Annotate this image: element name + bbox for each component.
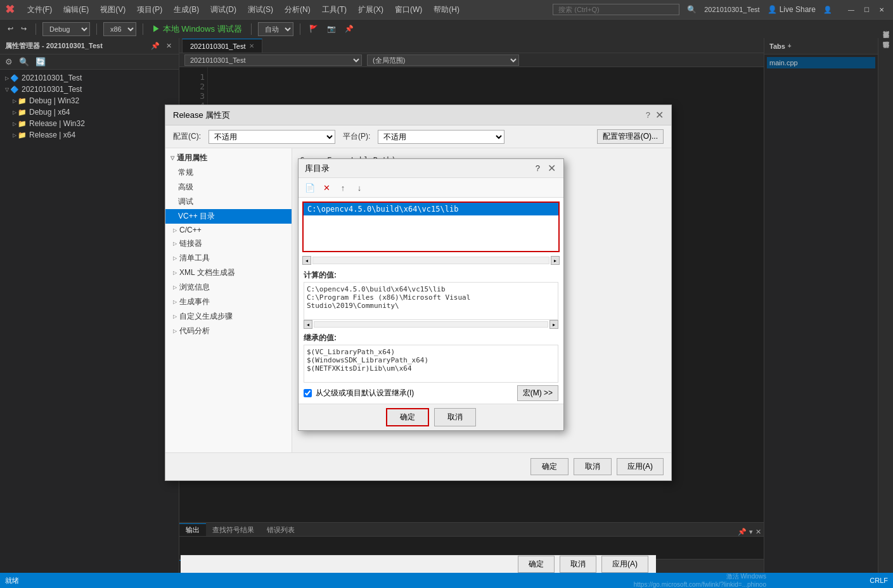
lib-hscroll-right[interactable]: ▸ <box>551 256 560 265</box>
prop-tree-custom[interactable]: ▷ 自定义生成步骤 <box>165 309 292 324</box>
tab-find-results[interactable]: 查找符号结果 <box>206 523 260 536</box>
lib-ok-button[interactable]: 确定 <box>386 408 429 426</box>
file-scope-dropdown[interactable]: 2021010301_Test <box>184 54 362 66</box>
prop-tree-analyze[interactable]: ▷ 代码分析 <box>165 324 292 338</box>
tree-item-project1[interactable]: ▷ 🔷 2021010301_Test <box>0 72 179 84</box>
prop-tree-browse-label: 浏览信息 <box>179 282 210 293</box>
redo-button[interactable]: ↪ <box>18 23 29 34</box>
prop-tree-browse[interactable]: ▷ 浏览信息 <box>165 280 292 295</box>
menu-analyze[interactable]: 分析(N) <box>279 3 316 16</box>
menu-file[interactable]: 文件(F) <box>22 3 57 16</box>
lib-computed-hscroll-left[interactable]: ◂ <box>304 320 312 329</box>
lib-dialog-help-icon[interactable]: ? <box>532 163 544 173</box>
tree-item-release-win32[interactable]: ▷ 📁 Release | Win32 <box>0 118 179 129</box>
panel-refresh-button[interactable]: 🔄 <box>33 56 48 68</box>
menu-test[interactable]: 测试(S) <box>243 3 278 16</box>
tab-error-list[interactable]: 错误列表 <box>260 523 301 536</box>
global-search-input[interactable] <box>553 4 679 15</box>
pin-toolbar-button[interactable]: 📌 <box>342 23 356 34</box>
tree-item-debug-x64[interactable]: ▷ 📁 Debug | x64 <box>0 106 179 118</box>
lib-hscroll-left[interactable]: ◂ <box>302 256 311 265</box>
left-panel-header: 属性管理器 - 2021010301_Test 📌 ✕ <box>0 38 179 54</box>
lib-computed-hscrollbar[interactable] <box>314 321 548 328</box>
minimize-button[interactable]: — <box>845 3 858 16</box>
maximize-button[interactable]: ☐ <box>860 3 873 16</box>
menu-tools[interactable]: 工具(T) <box>317 3 352 16</box>
lib-move-down-button[interactable]: ↓ <box>352 181 367 195</box>
prop-tree-advanced[interactable]: 高级 <box>165 180 292 195</box>
camera-button[interactable]: 📷 <box>324 23 338 34</box>
menu-extensions[interactable]: 扩展(X) <box>353 3 389 16</box>
tree-item-release-x64[interactable]: ▷ 📁 Release | x64 <box>0 129 179 141</box>
tree-item-debug-win32[interactable]: ▷ 📁 Debug | Win32 <box>0 95 179 106</box>
lib-move-up-button[interactable]: ↑ <box>335 181 350 195</box>
prop-tree-build[interactable]: ▷ 生成事件 <box>165 295 292 309</box>
editor-tab-main[interactable]: 2021010301_Test ✕ <box>182 39 262 53</box>
prop-tree-debug[interactable]: 调试 <box>165 195 292 209</box>
lib-hscrollbar[interactable] <box>312 257 549 264</box>
config-manager-button[interactable]: 配置管理器(O)... <box>597 129 664 144</box>
bottom-pin-icon[interactable]: 📌 <box>738 528 747 536</box>
auto-dropdown[interactable]: 自动 <box>258 22 293 36</box>
tree-item-project2[interactable]: ▽ 🔷 2021010301_Test <box>0 84 179 95</box>
menu-view[interactable]: 视图(V) <box>95 3 131 16</box>
scope-dropdown[interactable]: (全局范围) <box>367 54 519 66</box>
property-ok-button[interactable]: 确定 <box>530 458 569 475</box>
tab-output[interactable]: 输出 <box>179 523 206 536</box>
live-share-button[interactable]: 👤 Live Share <box>768 5 816 14</box>
bottom-close-icon[interactable]: ✕ <box>755 528 761 536</box>
prop-tree-common[interactable]: ▽ 通用属性 <box>165 151 292 165</box>
lib-computed-hscroll-right[interactable]: ▸ <box>549 320 558 329</box>
prop-tree-general[interactable]: 常规 <box>165 165 292 180</box>
menu-build[interactable]: 生成(B) <box>169 3 204 16</box>
right-panel-item-main[interactable]: main.cpp <box>767 57 875 68</box>
lib-inherit-checkbox[interactable] <box>304 389 312 397</box>
config-select[interactable]: 不适用 <box>209 130 335 144</box>
undo-button[interactable]: ↩ <box>5 23 16 34</box>
menu-help[interactable]: 帮助(H) <box>428 3 465 16</box>
lib-directory-dialog: 库目录 ? ✕ 📄 ✕ ↑ ↓ C:\opencv4.5.0\build\x64… <box>298 158 564 431</box>
prop-tree-manifest[interactable]: ▷ 清单工具 <box>165 251 292 265</box>
vertical-label-2[interactable]: 添加空格代码建议 <box>881 51 891 56</box>
property-apply-button[interactable]: 应用(A) <box>617 458 664 475</box>
prop-bottom-cancel[interactable]: 取消 <box>560 556 596 573</box>
prop-tree-cpp[interactable]: ▷ C/C++ <box>165 224 292 236</box>
panel-settings-button[interactable]: ⚙ <box>3 56 15 68</box>
prop-tree-vc-label: VC++ 目录 <box>178 211 215 222</box>
prop-tree-linker[interactable]: ▷ 链接器 <box>165 236 292 251</box>
close-button[interactable]: ✕ <box>875 3 888 16</box>
lib-delete-button[interactable]: ✕ <box>319 181 334 195</box>
prop-bottom-ok[interactable]: 确定 <box>518 556 555 573</box>
prop-tree-xml[interactable]: ▷ XML 文档生成器 <box>165 265 292 280</box>
property-cancel-button[interactable]: 取消 <box>574 458 612 475</box>
menu-window[interactable]: 窗口(W) <box>390 3 427 16</box>
platform-dropdown[interactable]: x86 x64 <box>103 22 136 36</box>
panel-pin-button[interactable]: 📌 <box>149 41 162 51</box>
debug-config-dropdown[interactable]: Debug Release <box>42 22 90 36</box>
user-avatar-icon[interactable]: 👤 <box>823 6 832 14</box>
menu-edit[interactable]: 编辑(E) <box>58 3 94 16</box>
panel-search-button[interactable]: 🔍 <box>16 56 32 68</box>
property-dialog-close-icon[interactable]: ✕ <box>655 109 664 121</box>
lib-add-button[interactable]: 📄 <box>302 181 318 195</box>
bottom-dropdown-icon[interactable]: ▾ <box>749 528 753 536</box>
lib-dialog-close-icon[interactable]: ✕ <box>546 162 557 174</box>
menu-debug[interactable]: 调试(D) <box>205 3 241 16</box>
platform-select[interactable]: 不适用 <box>378 130 504 144</box>
lib-macro-button[interactable]: 宏(M) >> <box>517 385 558 401</box>
prop-tree-vc[interactable]: VC++ 目录 <box>165 209 292 224</box>
editor-tab-close-icon[interactable]: ✕ <box>249 42 254 49</box>
property-dialog-help-icon[interactable]: ? <box>646 110 650 120</box>
menu-project[interactable]: 项目(P) <box>132 3 167 16</box>
flag-button[interactable]: 🚩 <box>307 23 321 34</box>
vertical-label-1[interactable]: 解决方案资源管理器 <box>881 41 891 46</box>
lib-list-item-0[interactable]: C:\opencv4.5.0\build\x64\vc15\lib <box>304 203 558 215</box>
prop-bottom-apply[interactable]: 应用(A) <box>601 556 648 573</box>
search-icon[interactable]: 🔍 <box>687 5 697 14</box>
panel-close-button[interactable]: ✕ <box>164 41 174 51</box>
lib-cancel-button[interactable]: 取消 <box>434 408 476 426</box>
prop-tree-browse-arrow: ▷ <box>173 284 177 290</box>
run-debugger-button[interactable]: ▶ 本地 Windows 调试器 <box>150 22 245 36</box>
right-panel-expand-icon[interactable]: + <box>788 42 792 49</box>
tree-arrow-6: ▷ <box>13 132 16 138</box>
